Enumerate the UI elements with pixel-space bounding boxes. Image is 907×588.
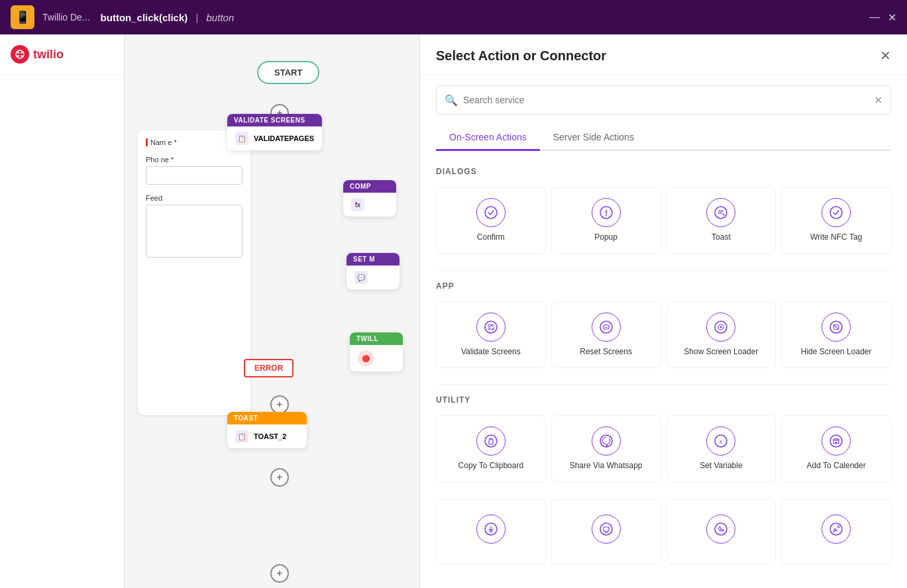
action-toast[interactable]: Toast	[667, 187, 776, 254]
hide-screen-loader-icon	[822, 313, 851, 342]
start-node[interactable]: START	[257, 61, 319, 84]
action-set-variable[interactable]: x Set Variable	[667, 415, 776, 483]
set-variable-label: Set Variable	[700, 461, 742, 471]
search-icon: 🔍	[445, 94, 458, 107]
whatsapp2-icon	[706, 514, 735, 544]
comp-node[interactable]: COMP fx	[343, 180, 396, 217]
svg-rect-10	[718, 213, 722, 214]
validate-screens-label: Validate Screens	[461, 347, 521, 358]
svg-point-34	[830, 523, 842, 535]
app-name: Twillio De...	[42, 12, 90, 23]
show-screen-loader-icon	[706, 313, 735, 342]
action-add-calendar[interactable]: Add To Calender	[781, 415, 891, 483]
utility-section-label: UTILITY	[436, 395, 891, 405]
tab-on-screen-actions[interactable]: On-Screen Actions	[436, 125, 540, 151]
svg-point-2	[21, 52, 23, 54]
validate-screens-icon	[476, 313, 506, 342]
svg-text:x: x	[719, 437, 723, 445]
action-celebrate[interactable]	[781, 499, 891, 565]
title-bar-controls: — ✕	[869, 11, 896, 24]
panel-close-button[interactable]: ✕	[880, 48, 891, 64]
message-icon	[592, 514, 621, 544]
add-btn-2[interactable]: +	[270, 395, 289, 414]
phone-field: Pho ne *	[146, 156, 242, 185]
hide-screen-loader-label: Hide Screen Loader	[801, 347, 872, 358]
svg-point-12	[485, 321, 497, 333]
tab-server-side-actions[interactable]: Server Side Actions	[540, 125, 647, 151]
svg-rect-13	[488, 324, 491, 326]
svg-point-0	[16, 50, 24, 58]
add-calendar-label: Add To Calender	[807, 461, 866, 471]
action-whatsapp2[interactable]	[667, 499, 776, 565]
set-m-node[interactable]: SET M 💬	[347, 253, 400, 289]
action-write-nfc[interactable]: Write NFC Tag	[781, 187, 891, 254]
action-validate-screens[interactable]: Validate Screens	[436, 301, 546, 369]
feedback-field: Feed	[146, 194, 242, 258]
validate-icon: 📋	[235, 132, 248, 145]
reset-screens-icon	[592, 313, 621, 342]
copy-clipboard-icon	[476, 426, 506, 456]
action-copy-clipboard[interactable]: Copy To Clipboard	[436, 415, 546, 483]
svg-rect-14	[492, 324, 494, 326]
twilio-logo-text: twilio	[33, 48, 64, 62]
twilio-logo: twilio	[11, 45, 113, 64]
add-btn-4[interactable]: +	[270, 564, 289, 583]
minimize-button[interactable]: —	[869, 11, 880, 24]
action-reset-screens[interactable]: Reset Screens	[551, 301, 661, 369]
left-sidebar: twilio	[0, 34, 125, 588]
write-nfc-icon	[822, 198, 851, 227]
popup-label: Popup	[594, 232, 617, 243]
twill-node[interactable]: TWILL 🔴	[350, 332, 403, 371]
twilio-logo-circle	[11, 45, 29, 64]
copy-clipboard-label: Copy To Clipboard	[458, 461, 524, 471]
dialogs-grid: Confirm ! Popup	[436, 187, 891, 254]
show-screen-loader-label: Show Screen Loader	[684, 347, 758, 358]
error-box: ERROR	[244, 359, 293, 377]
search-input[interactable]	[463, 95, 874, 105]
dialogs-section-label: DIALOGS	[436, 167, 891, 176]
action-hide-screen-loader[interactable]: Hide Screen Loader	[781, 301, 891, 369]
close-button[interactable]: ✕	[888, 11, 896, 24]
form-area: Nam e * Pho ne * Feed	[138, 130, 250, 415]
tabs: On-Screen Actions Server Side Actions	[436, 125, 891, 151]
app-grid: Validate Screens Reset Screens	[436, 301, 891, 369]
panel-title: Select Action or Connector	[436, 48, 606, 64]
add-calendar-icon	[822, 426, 851, 456]
panel-header: Select Action or Connector ✕	[420, 34, 907, 75]
toast-node[interactable]: TOAST 📋 TOAST_2	[227, 412, 307, 448]
svg-point-3	[17, 55, 19, 57]
download-icon	[476, 514, 506, 544]
action-popup[interactable]: ! Popup	[551, 187, 661, 254]
action-show-screen-loader[interactable]: Show Screen Loader	[667, 301, 776, 369]
share-whatsapp-icon	[592, 426, 621, 456]
action-share-whatsapp[interactable]: Share Via Whatsapp	[551, 415, 661, 483]
svg-point-5	[485, 207, 497, 219]
search-bar: 🔍 ✕	[436, 85, 891, 115]
app-section-label: APP	[436, 281, 891, 291]
svg-point-24	[485, 435, 497, 447]
action-confirm[interactable]: Confirm	[436, 187, 546, 254]
utility-grid: Copy To Clipboard Share Via Whatsapp x	[436, 415, 891, 483]
reset-screens-label: Reset Screens	[580, 347, 632, 358]
add-btn-3[interactable]: +	[270, 468, 289, 487]
write-nfc-label: Write NFC Tag	[810, 232, 862, 243]
validate-node[interactable]: VALIDATE SCREENS 📋 VALIDATEPAGES	[227, 114, 322, 150]
confirm-icon	[476, 198, 506, 227]
svg-rect-9	[718, 211, 723, 212]
svg-point-20	[720, 326, 722, 328]
sidebar-logo: twilio	[0, 34, 124, 75]
search-clear-icon[interactable]: ✕	[874, 94, 882, 107]
utility-grid-2	[436, 499, 891, 565]
title-bar-text: button_click(click) | button	[101, 12, 235, 23]
toast-label: Toast	[712, 232, 731, 243]
svg-rect-25	[489, 440, 493, 444]
svg-point-29	[830, 435, 842, 447]
popup-icon: !	[592, 198, 621, 227]
actions-scroll: DIALOGS Confirm ! Popup	[420, 151, 907, 588]
set-variable-icon: x	[706, 426, 735, 456]
toast-icon	[706, 198, 735, 227]
confirm-label: Confirm	[477, 232, 505, 243]
action-download[interactable]	[436, 499, 546, 565]
title-bar: 📱 Twillio De... button_click(click) | bu…	[0, 0, 907, 34]
action-message[interactable]	[551, 499, 661, 565]
